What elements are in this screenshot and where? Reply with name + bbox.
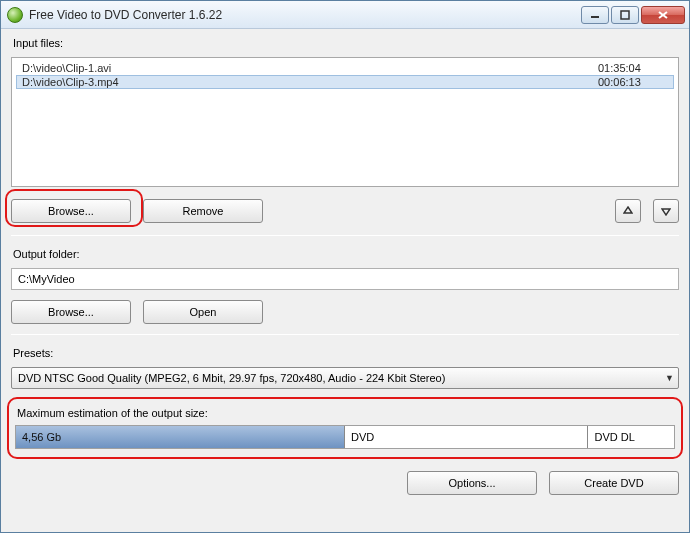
move-up-button[interactable] [615, 199, 641, 223]
estimation-label: Maximum estimation of the output size: [17, 407, 675, 419]
presets-dropdown[interactable]: DVD NTSC Good Quality (MPEG2, 6 Mbit, 29… [11, 367, 679, 389]
svg-rect-1 [621, 11, 629, 19]
create-dvd-button[interactable]: Create DVD [549, 471, 679, 495]
browse-output-button[interactable]: Browse... [11, 300, 131, 324]
list-item[interactable]: D:\video\Clip-1.avi 01:35:04 [16, 61, 674, 75]
size-used: 4,56 Gb [16, 426, 345, 448]
output-folder-label: Output folder: [13, 248, 679, 260]
file-duration: 00:06:13 [598, 76, 668, 88]
arrow-down-icon [661, 206, 671, 216]
file-duration: 01:35:04 [598, 62, 668, 74]
footer-buttons: Options... Create DVD [11, 471, 679, 495]
maximize-icon [620, 10, 630, 20]
size-estimation-bar: 4,56 Gb DVD DVD DL [15, 425, 675, 449]
titlebar: Free Video to DVD Converter 1.6.22 [1, 1, 689, 29]
size-dvd-marker: DVD [345, 426, 588, 448]
browse-input-button[interactable]: Browse... [11, 199, 131, 223]
file-path: D:\video\Clip-1.avi [22, 62, 598, 74]
input-files-list[interactable]: D:\video\Clip-1.avi 01:35:04 D:\video\Cl… [11, 57, 679, 187]
minimize-icon [590, 10, 600, 20]
input-buttons-row: Browse... Remove [11, 193, 679, 225]
app-window: Free Video to DVD Converter 1.6.22 Input… [0, 0, 690, 533]
size-dvddl-marker: DVD DL [588, 426, 674, 448]
open-output-button[interactable]: Open [143, 300, 263, 324]
close-icon [657, 10, 669, 20]
list-item[interactable]: D:\video\Clip-3.mp4 00:06:13 [16, 75, 674, 89]
preset-selected: DVD NTSC Good Quality (MPEG2, 6 Mbit, 29… [18, 372, 445, 384]
app-icon [7, 7, 23, 23]
move-down-button[interactable] [653, 199, 679, 223]
window-controls [581, 6, 685, 24]
chevron-down-icon: ▼ [665, 373, 674, 383]
output-buttons-row: Browse... Open [11, 296, 679, 324]
client-area: Input files: D:\video\Clip-1.avi 01:35:0… [1, 29, 689, 532]
remove-button[interactable]: Remove [143, 199, 263, 223]
estimation-section: Maximum estimation of the output size: 4… [11, 399, 679, 457]
arrow-up-icon [623, 206, 633, 216]
close-button[interactable] [641, 6, 685, 24]
input-files-label: Input files: [13, 37, 679, 49]
maximize-button[interactable] [611, 6, 639, 24]
minimize-button[interactable] [581, 6, 609, 24]
divider [11, 334, 679, 335]
output-folder-input[interactable] [11, 268, 679, 290]
window-title: Free Video to DVD Converter 1.6.22 [29, 8, 222, 22]
divider [11, 235, 679, 236]
options-button[interactable]: Options... [407, 471, 537, 495]
presets-label: Presets: [13, 347, 679, 359]
file-path: D:\video\Clip-3.mp4 [22, 76, 598, 88]
